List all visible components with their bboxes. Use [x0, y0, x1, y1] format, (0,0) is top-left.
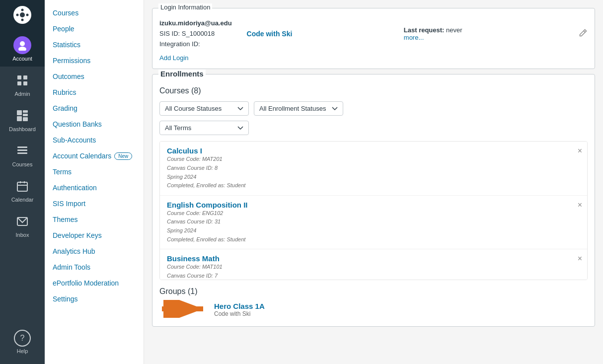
svg-rect-16	[23, 117, 28, 121]
svg-point-2	[21, 9, 24, 11]
nav-account-label: Account	[12, 56, 32, 62]
sidebar-item-outcomes[interactable]: Outcomes	[45, 69, 144, 84]
last-request-label: Last request:	[404, 26, 445, 34]
nav-item-dashboard[interactable]: Dashboard	[0, 102, 45, 137]
svg-point-3	[21, 19, 24, 21]
course-remove-business[interactable]: ×	[578, 254, 582, 263]
svg-rect-10	[17, 81, 21, 85]
dashboard-icon	[13, 107, 31, 125]
svg-point-5	[26, 14, 29, 16]
sidebar-item-statistics[interactable]: Statistics	[45, 37, 144, 53]
sidebar-item-eportfolio[interactable]: ePortfolio Moderation	[45, 275, 144, 291]
login-integration-id-label: Integration ID:	[159, 40, 200, 48]
nav-item-courses[interactable]: Courses	[0, 137, 45, 172]
course-meta-english: Course Code: ENG102 Canvas Course ID: 31…	[167, 209, 580, 244]
sidebar-item-account-calendars[interactable]: Account Calendars New	[45, 148, 144, 164]
login-code-with-ski-link[interactable]: Code with Ski	[247, 30, 293, 38]
svg-point-7	[18, 47, 26, 51]
course-canvas-id-business: Canvas Course ID: 7	[167, 272, 580, 281]
sidebar-item-people[interactable]: People	[45, 21, 144, 37]
sidebar-item-terms[interactable]: Terms	[45, 164, 144, 180]
terms-filter[interactable]: All Terms Spring 2024 Fall 2023 Summer 2…	[159, 121, 249, 135]
login-info-details: izuku.midoriya@ua.edu SIS ID: S_1000018 …	[159, 18, 232, 49]
nav-inbox-label: Inbox	[16, 232, 29, 238]
edit-icon[interactable]	[579, 30, 588, 39]
course-term-calculus: Spring 2024	[167, 173, 580, 182]
help-icon: ?	[14, 330, 31, 347]
course-code-business: Course Code: MAT101	[167, 263, 580, 272]
sidebar-item-themes[interactable]: Themes	[45, 212, 144, 227]
enrollment-status-filter[interactable]: All Enrollment Statuses Active Invited C…	[254, 101, 343, 116]
svg-rect-15	[17, 116, 22, 121]
course-item-business-math: Business Math Course Code: MAT101 Canvas…	[160, 249, 587, 280]
add-login-link[interactable]: Add Login	[159, 54, 588, 62]
nav-item-help[interactable]: ? Help	[0, 325, 45, 359]
svg-rect-13	[23, 110, 28, 113]
calendar-icon	[13, 177, 31, 195]
nav-item-inbox[interactable]: Inbox	[0, 208, 45, 243]
course-status-english: Completed, Enrolled as: Student	[167, 235, 580, 244]
svg-rect-20	[17, 182, 27, 191]
groups-section: Hero Class 1A Code with Ski	[159, 300, 588, 319]
course-code-english: Course Code: ENG102	[167, 209, 580, 218]
main-content: Login Information izuku.midoriya@ua.edu …	[144, 0, 603, 364]
nav-logo[interactable]	[0, 0, 45, 31]
course-title-calculus[interactable]: Calculus I	[167, 146, 580, 155]
group-item-hero-class: Hero Class 1A Code with Ski	[214, 302, 265, 317]
course-remove-english[interactable]: ×	[578, 201, 582, 210]
inbox-icon	[13, 213, 31, 230]
course-title-business-math[interactable]: Business Math	[167, 254, 580, 263]
login-last-request: Last request: never more...	[404, 26, 462, 41]
course-remove-calculus[interactable]: ×	[578, 146, 582, 155]
course-title-english[interactable]: English Composition II	[167, 201, 580, 209]
svg-rect-8	[17, 75, 21, 79]
sidebar-item-rubrics[interactable]: Rubrics	[45, 84, 144, 100]
sidebar-item-analytics-hub[interactable]: Analytics Hub	[45, 243, 144, 259]
course-meta-calculus: Course Code: MAT201 Canvas Course ID: 8 …	[167, 155, 580, 190]
course-term-english: Spring 2024	[167, 226, 580, 235]
group-subtitle-hero-class: Code with Ski	[214, 310, 265, 317]
svg-rect-12	[17, 110, 22, 115]
sidebar-item-permissions[interactable]: Permissions	[45, 53, 144, 69]
nav-courses-label: Courses	[12, 161, 33, 167]
sidebar-item-developer-keys[interactable]: Developer Keys	[45, 227, 144, 243]
sidebar-item-settings[interactable]: Settings	[45, 291, 144, 307]
sidebar-item-sub-accounts[interactable]: Sub-Accounts	[45, 132, 144, 148]
login-sis-id: SIS ID: S_1000018	[159, 30, 215, 37]
nav-item-calendar[interactable]: Calendar	[0, 172, 45, 208]
admin-icon	[13, 72, 31, 89]
svg-rect-9	[23, 75, 27, 79]
course-canvas-id-calculus: Canvas Course ID: 8	[167, 164, 580, 173]
login-info-title: Login Information	[158, 3, 212, 11]
course-status-filter[interactable]: All Course Statuses Active Completed Del…	[159, 101, 249, 116]
nav-item-admin[interactable]: Admin	[0, 67, 45, 102]
nav-rail: Account Admin Dashboard Courses Calendar…	[0, 0, 45, 364]
svg-rect-19	[17, 152, 27, 154]
arrow-decoration	[159, 300, 209, 319]
nav-dashboard-label: Dashboard	[9, 126, 36, 132]
sidebar-item-authentication[interactable]: Authentication	[45, 180, 144, 196]
last-request-value: never	[446, 26, 462, 34]
enrollments-title: Enrollments	[158, 70, 206, 78]
sidebar-item-sis-import[interactable]: SIS Import	[45, 196, 144, 212]
sidebar-item-courses[interactable]: Courses	[45, 5, 144, 21]
sidebar-item-grading[interactable]: Grading	[45, 100, 144, 116]
sidebar-item-admin-tools[interactable]: Admin Tools	[45, 259, 144, 275]
nav-calendar-label: Calendar	[11, 197, 34, 203]
more-link[interactable]: more...	[404, 34, 424, 41]
courses-header: Courses (8)	[159, 86, 588, 95]
svg-rect-17	[17, 146, 27, 148]
group-title-hero-class[interactable]: Hero Class 1A	[214, 302, 265, 310]
course-canvas-id-english: Canvas Course ID: 31	[167, 218, 580, 226]
enrollments-section: Enrollments Courses (8) All Course Statu…	[152, 74, 595, 327]
course-item-english: English Composition II Course Code: ENG1…	[160, 196, 587, 249]
login-email: izuku.midoriya@ua.edu	[159, 19, 232, 27]
nav-item-account[interactable]: Account	[0, 31, 45, 67]
course-status-calculus: Completed, Enrolled as: Student	[167, 181, 580, 190]
svg-point-1	[20, 12, 25, 17]
login-info-section: Login Information izuku.midoriya@ua.edu …	[152, 8, 595, 69]
filter-row: All Course Statuses Active Completed Del…	[159, 101, 588, 116]
account-avatar-icon	[13, 36, 31, 54]
svg-line-25	[584, 31, 585, 32]
sidebar-item-question-banks[interactable]: Question Banks	[45, 116, 144, 132]
